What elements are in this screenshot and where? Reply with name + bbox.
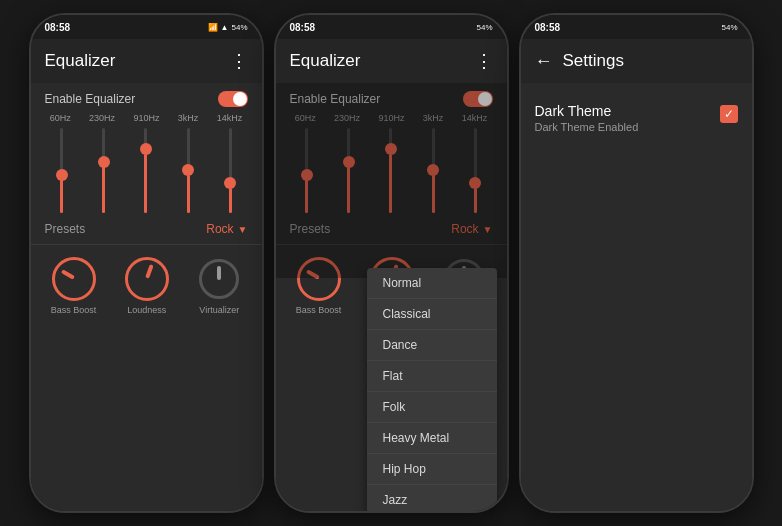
wifi-icon: ▲ — [221, 23, 229, 32]
bass-boost-knob-2[interactable] — [297, 257, 341, 301]
app-title-2: Equalizer — [290, 51, 475, 71]
freq-14khz-1: 14kHz — [217, 113, 243, 123]
freq-910hz-1: 910Hz — [133, 113, 159, 123]
app-title-1: Equalizer — [45, 51, 230, 71]
app-bar-3: ← Settings — [521, 39, 752, 83]
virtualizer-knob-area-1 — [197, 257, 241, 301]
status-icons-1: 📶 ▲ 54% — [208, 23, 248, 32]
menu-icon-1[interactable]: ⋮ — [230, 50, 248, 72]
slider-2[interactable] — [102, 128, 105, 213]
presets-row-2: Presets Rock ▼ — [276, 218, 507, 244]
enable-row-1: Enable Equalizer — [31, 83, 262, 113]
slider-4[interactable] — [187, 128, 190, 213]
enable-toggle-1[interactable] — [218, 91, 248, 107]
dropdown-item-classical[interactable]: Classical — [367, 299, 497, 330]
eq-sliders-2 — [276, 123, 507, 218]
menu-icon-2[interactable]: ⋮ — [475, 50, 493, 72]
dark-theme-row: Dark Theme Dark Theme Enabled — [535, 95, 738, 141]
presets-value-1[interactable]: Rock ▼ — [206, 222, 247, 236]
status-time-1: 08:58 — [45, 22, 71, 33]
dropdown-item-heavymetal[interactable]: Heavy Metal — [367, 423, 497, 454]
screen-1: Enable Equalizer 60Hz 230Hz 910Hz 3kHz 1… — [31, 83, 262, 511]
preset-arrow-2: ▼ — [483, 224, 493, 235]
enable-label-1: Enable Equalizer — [45, 92, 136, 106]
phone-1: 08:58 📶 ▲ 54% Equalizer ⋮ Enable Equaliz… — [29, 13, 264, 513]
presets-label-1: Presets — [45, 222, 86, 236]
bass-boost-container-1: Bass Boost — [51, 257, 97, 315]
phone-3: 08:58 54% ← Settings Dark Theme Dark The… — [519, 13, 754, 513]
bass-boost-container-2: Bass Boost — [296, 257, 342, 315]
bluetooth-icon: 📶 — [208, 23, 218, 32]
status-bar-1: 08:58 📶 ▲ 54% — [31, 15, 262, 39]
preset-arrow-1: ▼ — [238, 224, 248, 235]
dropdown-item-flat[interactable]: Flat — [367, 361, 497, 392]
settings-section-3: Dark Theme Dark Theme Enabled — [521, 83, 752, 153]
app-bar-1: Equalizer ⋮ — [31, 39, 262, 83]
freq-14khz-2: 14kHz — [462, 113, 488, 123]
battery-icon: 54% — [231, 23, 247, 32]
slider-2-4[interactable] — [432, 128, 435, 213]
slider-1[interactable] — [60, 128, 63, 213]
freq-60hz-2: 60Hz — [295, 113, 316, 123]
enable-toggle-2[interactable] — [463, 91, 493, 107]
freq-labels-1: 60Hz 230Hz 910Hz 3kHz 14kHz — [31, 113, 262, 123]
dropdown-item-jazz[interactable]: Jazz — [367, 485, 497, 511]
dark-theme-subtitle: Dark Theme Enabled — [535, 121, 639, 133]
bass-boost-label-1: Bass Boost — [51, 305, 97, 315]
app-bar-2: Equalizer ⋮ — [276, 39, 507, 83]
freq-3khz-1: 3kHz — [178, 113, 199, 123]
screen-2: Enable Equalizer 60Hz 230Hz 910Hz 3kHz 1… — [276, 83, 507, 511]
dropdown-item-dance[interactable]: Dance — [367, 330, 497, 361]
preset-dropdown-2[interactable]: Normal Classical Dance Flat Folk Heavy M… — [367, 268, 497, 511]
presets-value-2[interactable]: Rock ▼ — [451, 222, 492, 236]
eq-sliders-1 — [31, 123, 262, 218]
loudness-container-1: Loudness — [125, 257, 169, 315]
slider-3[interactable] — [144, 128, 147, 213]
bass-area-1: Bass Boost Loudness Virtualizer — [31, 245, 262, 321]
freq-3khz-2: 3kHz — [423, 113, 444, 123]
loudness-knob-1[interactable] — [125, 257, 169, 301]
status-time-3: 08:58 — [535, 22, 561, 33]
status-icons-3: 54% — [721, 23, 737, 32]
battery-icon-2: 54% — [476, 23, 492, 32]
freq-230hz-1: 230Hz — [89, 113, 115, 123]
status-bar-3: 08:58 54% — [521, 15, 752, 39]
dropdown-item-folk[interactable]: Folk — [367, 392, 497, 423]
virtualizer-container-1: Virtualizer — [197, 257, 241, 315]
status-icons-2: 54% — [476, 23, 492, 32]
preset-rock-2: Rock — [451, 222, 478, 236]
slider-2-1[interactable] — [305, 128, 308, 213]
slider-2-3[interactable] — [389, 128, 392, 213]
freq-60hz-1: 60Hz — [50, 113, 71, 123]
slider-2-2[interactable] — [347, 128, 350, 213]
bass-boost-knob-1[interactable] — [52, 257, 96, 301]
settings-title-3: Settings — [563, 51, 738, 71]
screen-3: Dark Theme Dark Theme Enabled — [521, 83, 752, 511]
enable-row-2: Enable Equalizer — [276, 83, 507, 113]
freq-labels-2: 60Hz 230Hz 910Hz 3kHz 14kHz — [276, 113, 507, 123]
phone-2: 08:58 54% Equalizer ⋮ Enable Equalizer 6… — [274, 13, 509, 513]
enable-label-2: Enable Equalizer — [290, 92, 381, 106]
slider-5[interactable] — [229, 128, 232, 213]
dropdown-item-normal[interactable]: Normal — [367, 268, 497, 299]
status-bar-2: 08:58 54% — [276, 15, 507, 39]
dark-theme-checkbox[interactable] — [720, 105, 738, 123]
freq-910hz-2: 910Hz — [378, 113, 404, 123]
dark-theme-text: Dark Theme Dark Theme Enabled — [535, 103, 639, 133]
virtualizer-knob-1[interactable] — [199, 259, 239, 299]
preset-rock-1: Rock — [206, 222, 233, 236]
presets-row-1: Presets Rock ▼ — [31, 218, 262, 244]
loudness-label-1: Loudness — [127, 305, 166, 315]
dark-theme-title: Dark Theme — [535, 103, 639, 119]
slider-2-5[interactable] — [474, 128, 477, 213]
dropdown-item-hiphop[interactable]: Hip Hop — [367, 454, 497, 485]
bass-boost-label-2: Bass Boost — [296, 305, 342, 315]
status-time-2: 08:58 — [290, 22, 316, 33]
freq-230hz-2: 230Hz — [334, 113, 360, 123]
back-icon-3[interactable]: ← — [535, 51, 553, 72]
virtualizer-label-1: Virtualizer — [199, 305, 239, 315]
presets-label-2: Presets — [290, 222, 331, 236]
battery-icon-3: 54% — [721, 23, 737, 32]
